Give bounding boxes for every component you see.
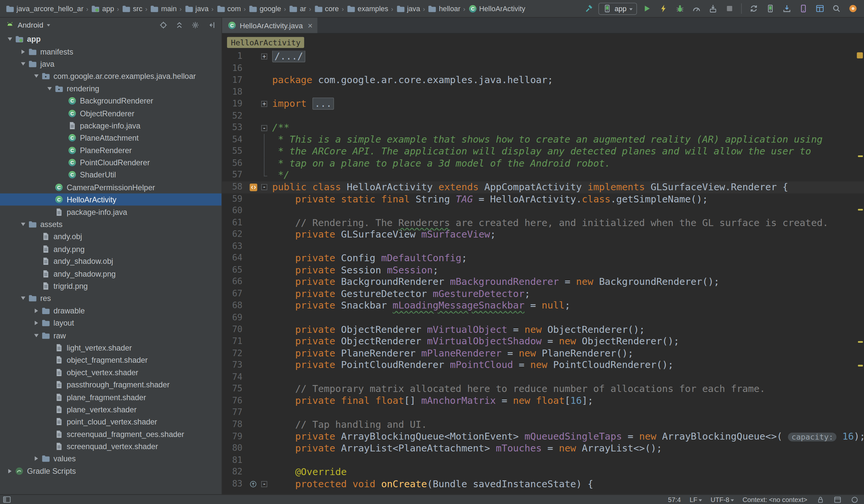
tree-item-gradle-scripts[interactable]: Gradle Scripts [0,465,221,477]
expand-arrow[interactable] [4,465,15,477]
editor-gutter[interactable]: 75 [222,383,271,395]
editor-gutter[interactable]: 18 [222,86,271,98]
code-line-text[interactable]: private Snackbar mLoadingMessageSnackbar… [271,300,571,312]
code-line-text[interactable]: private ObjectRenderer mVirtualObjectSha… [271,336,680,348]
code-line-text[interactable] [271,312,272,324]
code-line-text[interactable] [271,241,272,253]
tree-item-res[interactable]: res [0,292,221,304]
breadcrumb-item-java-arcore-hello-ar[interactable]: java_arcore_hello_ar [4,3,84,14]
tree-item-light-vertex-shader[interactable]: light_vertex.shader [0,342,221,354]
tree-item-objectrenderer[interactable]: CObjectRenderer [0,107,221,120]
editor-gutter[interactable]: 62 [222,229,271,240]
run-button[interactable] [640,2,653,15]
code-line-text[interactable]: */ [271,169,289,181]
editor-gutter[interactable]: 68 [222,300,271,312]
editor-gutter[interactable]: 74 [222,371,271,383]
code-line-text[interactable]: @Override [271,466,347,478]
editor-gutter[interactable]: 1+ [222,51,271,62]
tree-item-assets[interactable]: assets [0,218,221,231]
profiler-button[interactable] [689,2,703,15]
fold-marker[interactable]: - [259,122,269,134]
tree-item-point-cloud-vertex-shader[interactable]: point_cloud_vertex.shader [0,416,221,428]
tree-item-planerenderer[interactable]: CPlaneRenderer [0,144,221,157]
editor-gutter[interactable]: 64 [222,253,271,264]
tree-item-object-fragment-shader[interactable]: object_fragment.shader [0,354,221,366]
editor-gutter[interactable]: 58- [222,181,271,193]
run-configurations-combo[interactable]: app [599,3,637,15]
breadcrumb-item-helloaractivity[interactable]: CHelloArActivity [467,3,527,14]
fold-marker[interactable]: + [259,98,269,110]
code-line-text[interactable]: private ArrayBlockingQueue<MotionEvent> … [271,431,864,443]
project-view-selector[interactable]: Android [5,20,50,29]
tree-item-app[interactable]: app [0,33,221,46]
fold-marker[interactable]: - [259,478,269,490]
expand-arrow[interactable] [18,218,28,230]
code-line-text[interactable] [271,407,272,419]
android-component-gutter-icon[interactable] [248,181,259,193]
build-project-button[interactable] [582,2,596,15]
breadcrumb-item-examples[interactable]: examples [346,3,389,14]
breadcrumb-item-java[interactable]: java [183,3,209,14]
tree-item-package-info-java[interactable]: package-info.java [0,120,221,132]
code-line-text[interactable]: private Config mDefaultConfig; [271,253,467,264]
fold-marker[interactable]: + [259,51,269,62]
tree-item-layout[interactable]: layout [0,317,221,329]
editor-gutter[interactable]: 70 [222,324,271,336]
code-line-text[interactable]: * the ARCore API. The application will d… [271,146,811,157]
tree-item-object-vertex-shader[interactable]: object_vertex.shader [0,366,221,379]
code-line-text[interactable]: private GestureDetector mGestureDetector… [271,288,530,300]
tree-item-backgroundrenderer[interactable]: CBackgroundRenderer [0,95,221,107]
tree-item-andy-shadow-obj[interactable]: andy_shadow.obj [0,255,221,268]
editor-gutter[interactable]: 57 [222,169,271,181]
override-method-gutter-icon[interactable] [248,478,259,490]
code-line-text[interactable]: private ObjectRenderer mVirtualObject = … [271,324,645,336]
code-line-text[interactable] [271,86,272,98]
breadcrumb-item-com[interactable]: com [215,3,242,14]
editor-gutter[interactable]: 81 [222,454,271,466]
expand-arrow[interactable] [31,70,41,83]
code-line-text[interactable]: private PointCloudRenderer mPointCloud =… [271,359,674,371]
tree-item-plane-fragment-shader[interactable]: plane_fragment.shader [0,391,221,404]
expand-arrow[interactable] [18,46,28,58]
editor-gutter[interactable]: 19+ [222,98,271,110]
tree-item-java[interactable]: java [0,58,221,70]
editor-gutter[interactable]: 66 [222,276,271,288]
tree-item-shaderutil[interactable]: CShaderUtil [0,169,221,181]
debug-button[interactable] [673,2,687,15]
code-line-text[interactable] [271,205,272,217]
caret-position[interactable]: 57:4 [668,496,681,503]
breadcrumb-item-app[interactable]: app [90,3,115,14]
editor-gutter[interactable]: 52 [222,110,271,122]
editor-gutter[interactable]: 53- [222,122,271,134]
code-line-text[interactable]: private final float[] mAnchorMatrix = ne… [271,395,593,407]
editor-gutter[interactable]: 69 [222,312,271,324]
code-line-text[interactable]: private PlaneRenderer mPlaneRenderer = n… [271,348,634,359]
sdk-manager-button[interactable] [780,2,793,15]
code-line-text[interactable]: import ... [271,98,334,110]
code-line-text[interactable]: package com.google.ar.core.examples.java… [271,75,553,86]
editor-gutter[interactable]: 65 [222,264,271,276]
expand-arrow[interactable] [18,58,28,70]
tree-item-pointcloudrenderer[interactable]: CPointCloudRenderer [0,156,221,169]
editor-gutter[interactable]: 71 [222,336,271,348]
tree-item-andy-obj[interactable]: andy.obj [0,231,221,243]
code-line-text[interactable]: // Tap handling and UI. [271,419,427,431]
fold-marker[interactable]: - [259,181,269,193]
editor-gutter[interactable]: 73 [222,359,271,371]
tree-item-rendering[interactable]: rendering [0,83,221,95]
tree-item-package-info-java[interactable]: package-info.java [0,206,221,218]
editor-scrollbar[interactable] [856,51,864,494]
breadcrumb-item-java[interactable]: java [395,3,421,14]
editor-gutter[interactable]: 54 [222,134,271,146]
code-line-text[interactable]: private GLSurfaceView mSurfaceView; [271,229,496,240]
breadcrumb-item-core[interactable]: core [313,3,340,14]
editor-gutter[interactable]: 63 [222,241,271,253]
code-line-text[interactable]: private ArrayList<PlaneAttachment> mTouc… [271,443,662,454]
tree-item-trigrid-png[interactable]: trigrid.png [0,280,221,292]
expand-arrow[interactable] [44,83,55,95]
code-line-text[interactable] [271,110,272,122]
editor-gutter[interactable]: 59 [222,193,271,205]
editor-gutter[interactable]: 80 [222,443,271,454]
hide-panel-icon[interactable] [206,20,217,31]
inspection-indicator[interactable] [857,52,863,58]
